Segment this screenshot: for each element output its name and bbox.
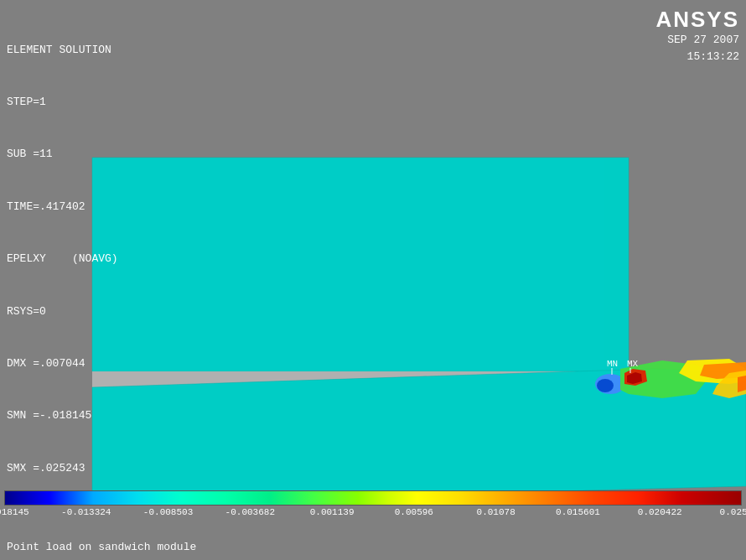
datetime-display: SEP 27 2007 15:13:22 (667, 32, 739, 65)
svg-text:MX: MX (627, 359, 639, 369)
colorbar-tick-label: -0.018145 (0, 507, 29, 517)
rsys-value: RSYS=0 (7, 303, 118, 321)
colorbar-tick-label: 0.001139 (310, 507, 355, 517)
svg-rect-13 (92, 159, 604, 369)
colorbar-tick-label: -0.008503 (143, 507, 193, 517)
date-text: SEP 27 2007 (667, 32, 739, 49)
colorbar-tick-label: 0.015601 (556, 507, 600, 517)
time-value: TIME=.417402 (7, 199, 118, 216)
colorbar-container: -0.018145-0.013324-0.008503-0.0036820.00… (4, 490, 742, 514)
time-text: 15:13:22 (667, 49, 739, 65)
svg-text:MN: MN (607, 359, 618, 369)
svg-point-5 (597, 379, 614, 392)
colorbar-ticks: -0.018145-0.013324-0.008503-0.0036820.00… (4, 507, 742, 517)
solution-info: ELEMENT SOLUTION STEP=1 SUB =11 TIME=.41… (7, 7, 118, 512)
dmx-value: DMX =.007044 (7, 355, 118, 373)
colorbar-tick-label: -0.003682 (225, 507, 275, 517)
colorbar-tick-label: -0.013324 (61, 507, 111, 517)
colorbar-tick-label: 0.025243 (720, 507, 746, 517)
colorbar-tick-label: 0.020422 (638, 507, 682, 517)
colorbar (4, 490, 742, 506)
smn-value: SMN =-.018145 (7, 407, 118, 425)
ansys-logo: ANSYS (655, 7, 739, 33)
colorbar-tick-label: 0.01078 (477, 507, 515, 517)
epelxy-value: EPELXY (NOAVG) (7, 251, 118, 268)
colorbar-tick-label: 0.00596 (395, 507, 433, 517)
smx-value: SMX =.025243 (7, 460, 118, 478)
sub-value: SUB =11 (7, 146, 118, 163)
svg-marker-12 (738, 376, 746, 392)
step-value: STEP=1 (7, 94, 118, 111)
main-canvas: MN MX ANSYS SEP 27 2007 15:13:22 ELEMENT… (0, 0, 746, 560)
element-solution-title: ELEMENT SOLUTION (7, 42, 118, 60)
status-text: Point load on sandwich module (7, 541, 196, 553)
